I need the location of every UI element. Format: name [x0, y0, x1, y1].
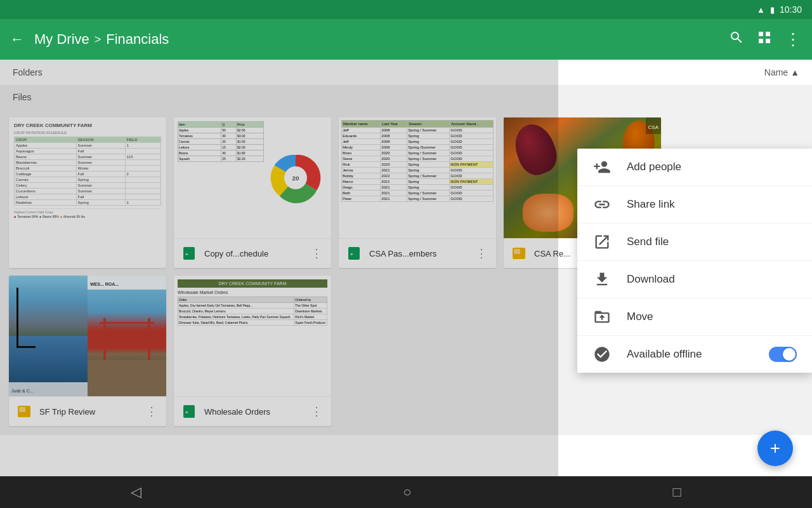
- menu-item-add-people[interactable]: Add people: [577, 149, 812, 186]
- nav-home-icon[interactable]: ○: [403, 484, 411, 500]
- more-options-icon[interactable]: ⋮: [785, 30, 802, 50]
- sort-button[interactable]: Name ▲: [764, 67, 799, 77]
- wifi-icon: ▲: [757, 5, 765, 15]
- fab-button[interactable]: +: [757, 431, 793, 466]
- main-content: Folders Name ▲ Files DRY CREEK COMMUNITY…: [0, 60, 812, 476]
- move-icon: [593, 307, 612, 326]
- menu-item-share-link[interactable]: Share link: [577, 186, 812, 224]
- status-bar: ▲ ▮ 10:30: [0, 0, 812, 19]
- menu-label-available-offline: Available offline: [627, 348, 754, 361]
- nav-recent-icon[interactable]: □: [673, 484, 681, 500]
- dropdown-overlay[interactable]: [0, 60, 558, 476]
- offline-toggle[interactable]: [769, 347, 797, 362]
- share-link-icon: [593, 195, 612, 214]
- breadcrumb-separator: >: [95, 33, 102, 46]
- menu-item-download[interactable]: Download: [577, 261, 812, 298]
- menu-item-send-file[interactable]: Send file: [577, 224, 812, 261]
- status-time: 10:30: [780, 4, 802, 15]
- back-button[interactable]: ←: [10, 31, 24, 48]
- search-icon[interactable]: [729, 30, 744, 49]
- menu-label-download: Download: [627, 273, 797, 286]
- toggle-knob: [783, 348, 796, 361]
- available-offline-icon: [593, 345, 612, 364]
- toolbar-actions: ⋮: [729, 30, 802, 50]
- menu-item-move[interactable]: Move: [577, 298, 812, 336]
- menu-label-move: Move: [627, 311, 797, 323]
- context-menu: Add people Share link Send file Download: [577, 149, 812, 373]
- toolbar: ← My Drive > Financials ⋮: [0, 19, 812, 60]
- menu-item-available-offline[interactable]: Available offline: [577, 336, 812, 373]
- add-people-icon: [593, 157, 612, 177]
- nav-bar: ◁ ○ □: [0, 476, 812, 508]
- breadcrumb: My Drive > Financials: [34, 31, 719, 48]
- menu-label-send-file: Send file: [627, 236, 797, 248]
- menu-label-share-link: Share link: [627, 198, 797, 211]
- download-icon: [593, 270, 612, 289]
- send-file-icon: [593, 232, 612, 251]
- nav-back-icon[interactable]: ◁: [131, 484, 141, 500]
- breadcrumb-current: Financials: [106, 31, 169, 48]
- battery-icon: ▮: [770, 5, 775, 15]
- breadcrumb-root[interactable]: My Drive: [34, 31, 89, 48]
- menu-label-add-people: Add people: [627, 161, 797, 173]
- grid-view-icon[interactable]: [757, 30, 772, 49]
